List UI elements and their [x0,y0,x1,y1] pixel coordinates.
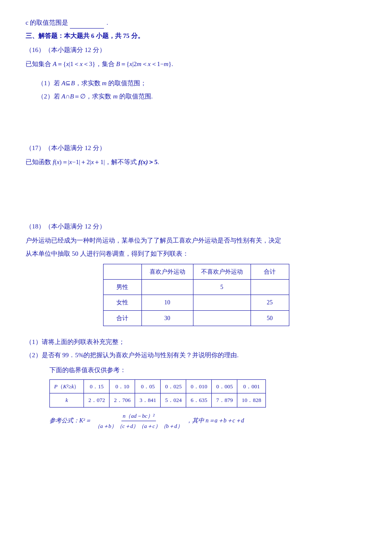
section3-header: 三、解答题：本大题共 6 小题，共 75 分。 [26,30,366,42]
critical-cell-7879: 7．879 [212,393,237,407]
q18-sub1: （1）请将上面的列联表补充完整； [26,336,366,348]
table-cell-dislike: 不喜欢户外运动 [193,264,251,280]
critical-row1: P（K²≥k） 0．15 0．10 0．05 0．025 0．010 0．005… [50,379,266,393]
q18-header: （18）（本小题满分 12 分） [26,221,366,232]
fraction-denominator: （a＋b）（c＋d）（a＋c）（b＋d） [93,421,184,431]
q17-header: （17）（本小题满分 12 分） [26,142,366,154]
table-cell-female-dislike [193,295,251,310]
formula-block: 参考公式：K²＝ n（ad－bc）² （a＋b）（c＋d）（a＋c）（b＋d） … [49,411,343,431]
table-cell-total-like: 30 [141,310,193,326]
critical-cell-10828: 10．828 [237,393,266,407]
table-header-row: 喜欢户外运动 不喜欢户外运动 合计 [103,264,289,280]
table-cell-total: 合计 [251,264,289,280]
table-cell-label-female: 女性 [103,295,141,310]
critical-table: P（K²≥k） 0．15 0．10 0．05 0．025 0．010 0．005… [49,379,266,408]
critical-cell-pk2: P（K²≥k） [50,379,84,393]
critical-cell-005: 0．05 [135,379,161,393]
q18-text2: 从本单位中抽取 50 人进行问卷调查，得到了如下列联表： [26,248,366,260]
critical-note: 下面的临界值表仅供参考： [49,364,366,376]
q16-sub1: （1）若 A⊆B，求实数 m 的取值范围； [37,78,366,89]
contingency-table: 喜欢户外运动 不喜欢户外运动 合计 男性 5 女性 10 25 合计 30 50 [103,264,289,326]
table-row-male: 男性 5 [103,280,289,295]
q18-text1: 户外运动已经成为一种时尚运动，某单位为了了解员工喜欢户外运动是否与性别有关，决定 [26,235,366,246]
table-row-female: 女性 10 25 [103,295,289,310]
table-cell-grand-total: 50 [251,310,289,326]
q16-sub2: （2）若 A∩B＝∅，求实数 m 的取值范围. [37,91,366,102]
critical-cell-5024: 5．024 [161,393,186,407]
table-row-total: 合计 30 50 [103,310,289,326]
formula-label: 参考公式：K²＝ [49,417,91,424]
q18-sub2: （2）是否有 99．5%的把握认为喜欢户外运动与性别有关？并说明你的理由. [26,350,366,361]
table-cell-male-dislike: 5 [193,280,251,295]
intro-text: c 的取值范围是 [26,19,68,26]
critical-cell-2706: 2．706 [110,393,135,407]
fraction-numerator: n（ad－bc）² [121,411,156,421]
intro-period: . [107,19,108,26]
critical-cell-0001: 0．001 [237,379,266,393]
critical-row2: k 2．072 2．706 3．841 5．024 6．635 7．879 10… [50,393,266,407]
intro-line: c 的取值范围是 . [26,17,366,29]
critical-cell-0010: 0．010 [186,379,212,393]
table-cell-label-male: 男性 [103,280,141,295]
table-cell-total-dislike [193,310,251,326]
q16-given: 已知集合 A＝{x|1＜x＜3}，集合 B＝{x|2m＜x＜1−m}. [26,58,366,70]
table-cell-female-total: 25 [251,295,289,310]
q17-given: 已知函数 f(x)＝|x−1|＋2|x＋1|，解不等式 f(x)＞5. [26,156,366,168]
k2-fraction: n（ad－bc）² （a＋b）（c＋d）（a＋c）（b＋d） [93,411,184,431]
formula-suffix: ，其中 n＝a＋b＋c＋d [186,417,244,424]
table-cell-label-total: 合计 [103,310,141,326]
q16-header: （16）（本小题满分 12 分） [26,44,366,56]
critical-cell-k: k [50,393,84,407]
critical-cell-2072: 2．072 [84,393,110,407]
critical-cell-3841: 3．841 [135,393,161,407]
table-cell-male-total [251,280,289,295]
critical-cell-0025: 0．025 [161,379,186,393]
critical-cell-6635: 6．635 [186,393,212,407]
critical-cell-015: 0．15 [84,379,110,393]
critical-cell-010: 0．10 [110,379,135,393]
table-cell [103,264,141,280]
table-cell-female-like: 10 [141,295,193,310]
table-cell-like: 喜欢户外运动 [141,264,193,280]
answer-blank [70,28,104,29]
table-cell-male-like [141,280,193,295]
critical-cell-0005: 0．005 [212,379,237,393]
